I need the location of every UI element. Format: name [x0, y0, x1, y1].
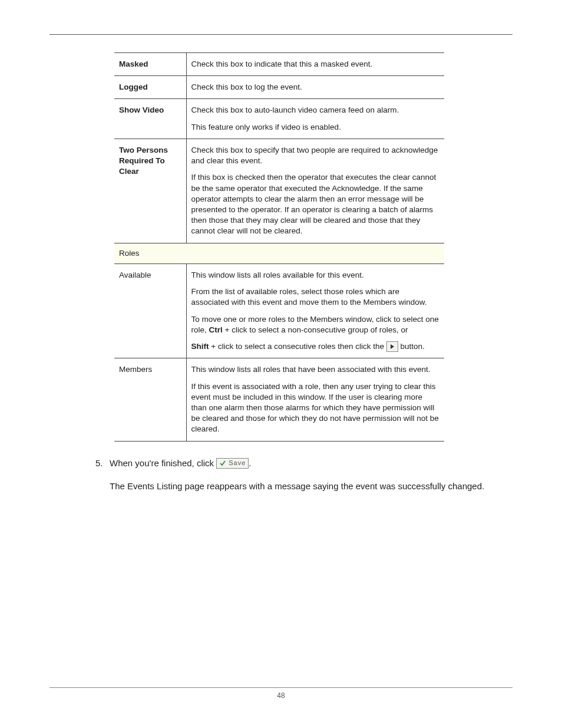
paragraph: This feature only works if video is enab…: [191, 122, 440, 133]
save-button-label: Save: [229, 460, 246, 466]
row-desc-masked: Check this box to indicate that this a m…: [186, 53, 444, 76]
page-footer: 48: [49, 687, 513, 700]
paragraph: If this box is checked then the operator…: [191, 172, 440, 236]
header-rule: [49, 34, 513, 35]
row-label-two-persons: Two Persons Required To Clear: [114, 139, 186, 243]
content-body: Masked Check this box to indicate that t…: [49, 52, 513, 687]
shift-key-label: Shift: [191, 342, 209, 351]
paragraph: From the list of available roles, select…: [191, 286, 440, 308]
row-desc-two-persons: Check this box to specify that two peopl…: [186, 139, 444, 243]
table-row: Logged Check this box to log the event.: [114, 76, 444, 99]
section-header-roles: Roles: [114, 243, 444, 263]
save-button[interactable]: Save: [216, 458, 249, 469]
row-label-masked: Masked: [114, 53, 186, 76]
step-text-suffix: .: [249, 457, 251, 470]
row-desc-show-video: Check this box to auto-launch video came…: [186, 99, 444, 139]
table-row: Masked Check this box to indicate that t…: [114, 53, 444, 76]
table-row: Show Video Check this box to auto-launch…: [114, 99, 444, 139]
row-desc-available: This window lists all roles available fo…: [186, 263, 444, 358]
row-desc-logged: Check this box to log the event.: [186, 76, 444, 99]
table-row: Available This window lists all roles av…: [114, 263, 444, 358]
arrow-right-icon: [389, 344, 395, 350]
paragraph: If this event is associated with a role,…: [191, 381, 440, 435]
step-text-prefix: When you're finished, click: [110, 457, 214, 470]
text-fragment: + click to select a consecutive roles th…: [209, 342, 386, 351]
row-label-show-video: Show Video: [114, 99, 186, 139]
paragraph: To move one or more roles to the Members…: [191, 314, 440, 335]
page-number: 48: [277, 691, 285, 700]
section-title: Roles: [114, 243, 444, 263]
table-row: Members This window lists all roles that…: [114, 358, 444, 441]
paragraph: Check this box to auto-launch video came…: [191, 105, 440, 116]
row-label-available: Available: [114, 263, 186, 358]
row-label-logged: Logged: [114, 76, 186, 99]
text-fragment: button.: [401, 342, 425, 351]
row-label-members: Members: [114, 358, 186, 441]
result-paragraph: The Events Listing page reappears with a…: [110, 480, 513, 493]
move-right-button[interactable]: [386, 341, 398, 352]
text-fragment: + click to select a non-consecutive grou…: [223, 325, 408, 334]
paragraph: This window lists all roles available fo…: [191, 270, 440, 281]
ctrl-key-label: Ctrl: [209, 325, 223, 334]
step-5: 5. When you're finished, click Save .: [95, 457, 513, 470]
paragraph: Check this box to specify that two peopl…: [191, 145, 440, 166]
checkmark-icon: [219, 460, 226, 467]
row-desc-members: This window lists all roles that have be…: [186, 358, 444, 441]
definitions-table: Masked Check this box to indicate that t…: [114, 52, 444, 442]
step-number: 5.: [95, 457, 110, 470]
paragraph: This window lists all roles that have be…: [191, 364, 440, 375]
svg-marker-0: [391, 344, 394, 349]
paragraph: Shift + click to select a consecutive ro…: [191, 341, 440, 352]
table-row: Two Persons Required To Clear Check this…: [114, 139, 444, 243]
